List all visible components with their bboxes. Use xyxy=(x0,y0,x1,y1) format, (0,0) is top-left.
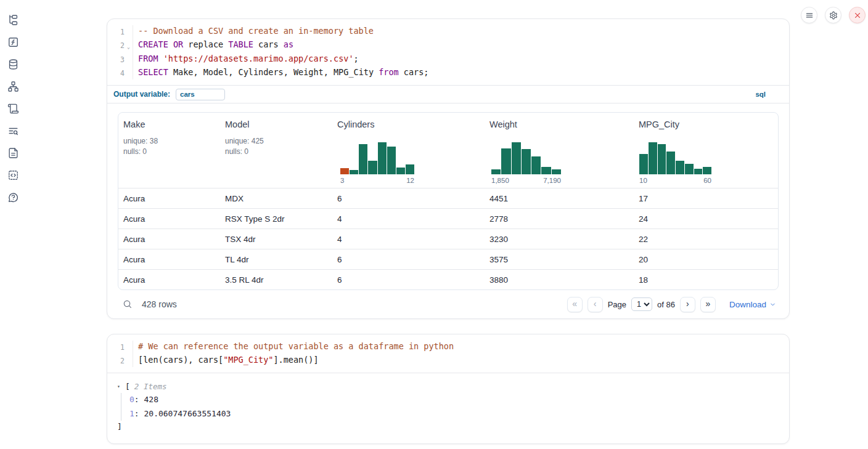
table-cell: 6 xyxy=(332,275,485,285)
column-stats: unique: 38 nulls: 0 xyxy=(123,136,215,156)
data-table: Make unique: 38 nulls: 0 Model unique: 4… xyxy=(118,112,779,290)
table-cell: 4 xyxy=(332,214,485,224)
chevron-down-icon xyxy=(769,301,776,308)
output-variable-label: Output variable: xyxy=(113,90,170,99)
page-label: Page xyxy=(608,300,626,309)
histogram-bar xyxy=(685,164,694,174)
fold-gutter xyxy=(125,354,133,368)
fold-gutter xyxy=(125,67,133,80)
list-item: 0: 428 xyxy=(129,393,779,407)
items-count: 2 Items xyxy=(134,382,167,391)
last-page-button[interactable]: » xyxy=(700,297,716,312)
column-stats: unique: 425 nulls: 0 xyxy=(225,136,327,156)
histogram-bar xyxy=(512,142,521,174)
menu-icon[interactable] xyxy=(801,7,817,23)
table-cell: 2778 xyxy=(485,214,634,224)
histogram-bar xyxy=(406,164,414,174)
code-text: FROM 'https://datasets.marimo.app/cars.c… xyxy=(133,53,359,67)
prev-page-button[interactable]: ‹ xyxy=(588,297,603,312)
column-header-model[interactable]: Model unique: 425 nulls: 0 xyxy=(220,113,332,188)
logs-scroll-icon[interactable] xyxy=(7,103,19,115)
mpg-city-histogram[interactable]: 1060 xyxy=(639,142,711,184)
python-cell: 1# We can reference the output variable … xyxy=(107,334,790,444)
table-cell: 17 xyxy=(634,194,778,203)
open-bracket: [ xyxy=(125,382,130,391)
shutdown-close-icon[interactable] xyxy=(849,7,866,23)
table-cell: Acura xyxy=(118,255,220,264)
code-text: SELECT Make, Model, Cylinders, Weight, M… xyxy=(133,67,428,80)
close-bracket: ] xyxy=(117,422,779,431)
file-tree-icon[interactable] xyxy=(7,14,19,26)
database-icon[interactable] xyxy=(7,59,19,70)
histogram-bar xyxy=(387,147,396,174)
fold-gutter xyxy=(125,341,133,354)
histogram-bar xyxy=(531,156,541,174)
sql-cell: 1-- Download a CSV and create an in-memo… xyxy=(107,18,790,319)
histogram-bar xyxy=(639,154,648,174)
table-cell: 6 xyxy=(332,255,485,264)
histogram-bar xyxy=(396,168,405,174)
collapse-chevron-icon[interactable]: ▾ xyxy=(117,384,125,389)
table-cell: 3575 xyxy=(485,255,634,264)
code-text: CREATE OR replace TABLE cars as xyxy=(133,39,293,54)
code-line: 1-- Download a CSV and create an in-memo… xyxy=(111,25,789,39)
documentation-icon[interactable] xyxy=(7,147,19,159)
table-row: AcuraTSX 4dr4323022 xyxy=(118,229,778,249)
dependency-graph-icon[interactable] xyxy=(7,81,19,92)
fold-gutter xyxy=(125,53,133,67)
fold-gutter xyxy=(125,25,133,39)
sql-code-editor[interactable]: 1-- Download a CSV and create an in-memo… xyxy=(107,19,789,85)
tracebacks-search-icon[interactable] xyxy=(7,125,19,137)
histogram-bar xyxy=(350,170,358,174)
table-cell: 22 xyxy=(634,235,778,244)
help-bubble-icon[interactable] xyxy=(7,192,19,203)
page-select[interactable]: 1 xyxy=(631,297,652,311)
settings-gear-icon[interactable] xyxy=(825,7,841,23)
histogram-bar xyxy=(340,168,349,174)
line-number: 2 xyxy=(111,39,125,54)
histogram-bar xyxy=(666,152,675,174)
table-cell: MDX xyxy=(220,194,332,203)
column-header-mpg-city[interactable]: MPG_City 1060 xyxy=(634,113,778,188)
table-row: Acura3.5 RL 4dr6388018 xyxy=(118,269,778,289)
histogram-bar xyxy=(694,169,703,174)
histogram-bar xyxy=(649,142,657,174)
next-page-button[interactable]: › xyxy=(680,297,695,312)
code-line: 3FROM 'https://datasets.marimo.app/cars.… xyxy=(111,53,789,67)
code-text: [len(cars), cars["MPG_City"].mean()] xyxy=(133,354,319,368)
list-item: 1: 20.060747663551403 xyxy=(129,407,779,421)
search-icon[interactable] xyxy=(123,299,133,309)
cylinders-histogram[interactable]: 312 xyxy=(340,142,414,184)
snippets-code-icon[interactable] xyxy=(7,169,19,181)
table-cell: 4 xyxy=(332,235,485,244)
line-number: 3 xyxy=(111,53,125,67)
histogram-bar xyxy=(368,161,377,174)
column-header-weight[interactable]: Weight 1,8507,190 xyxy=(485,113,634,188)
output-variable-input[interactable] xyxy=(176,89,225,100)
code-text: # We can reference the output variable a… xyxy=(133,341,454,354)
weight-histogram[interactable]: 1,8507,190 xyxy=(491,142,561,184)
histogram-bar xyxy=(552,169,561,174)
histogram-bar xyxy=(501,148,510,174)
fold-chevron-icon[interactable]: ⌄ xyxy=(125,39,133,54)
table-cell: Acura xyxy=(118,235,220,244)
table-cell: 6 xyxy=(332,194,485,203)
histogram-bar xyxy=(359,144,367,174)
table-header: Make unique: 38 nulls: 0 Model unique: 4… xyxy=(118,113,778,188)
code-line: 2[len(cars), cars["MPG_City"].mean()] xyxy=(111,354,789,368)
functions-icon[interactable] xyxy=(7,36,19,48)
python-code-editor[interactable]: 1# We can reference the output variable … xyxy=(107,334,789,373)
sql-cell-footer: Output variable: sql xyxy=(107,85,789,103)
column-header-cylinders[interactable]: Cylinders 312 xyxy=(332,113,485,188)
table-cell: 24 xyxy=(634,214,778,224)
column-header-make[interactable]: Make unique: 38 nulls: 0 xyxy=(118,113,220,188)
table-cell: TSX 4dr xyxy=(220,235,332,244)
download-button[interactable]: Download xyxy=(729,300,776,309)
histogram-bar xyxy=(676,161,684,174)
code-line: 4SELECT Make, Model, Cylinders, Weight, … xyxy=(111,67,789,80)
first-page-button[interactable]: « xyxy=(567,297,583,312)
code-line: 2⌄CREATE OR replace TABLE cars as xyxy=(111,39,789,54)
table-cell: Acura xyxy=(118,214,220,224)
table-cell: TL 4dr xyxy=(220,255,332,264)
table-cell: Acura xyxy=(118,275,220,285)
